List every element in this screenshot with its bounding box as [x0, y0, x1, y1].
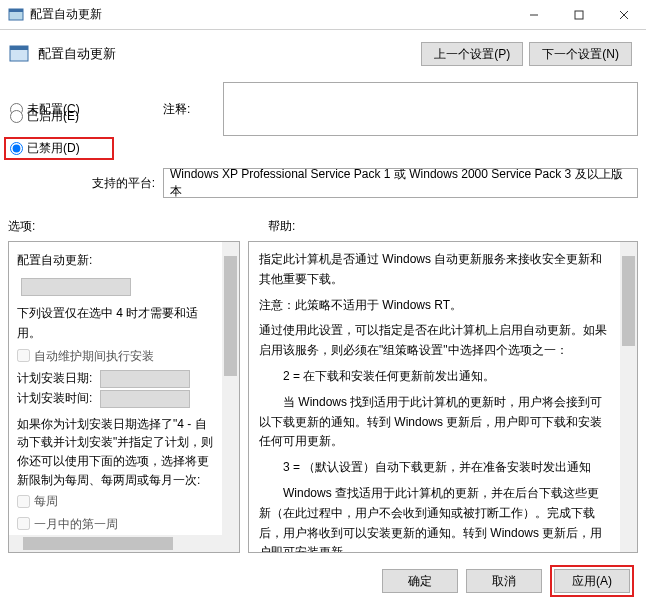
- first-week-label: 一月中的第一周: [34, 514, 118, 534]
- maintenance-install-checkbox[interactable]: [17, 349, 30, 362]
- schedule-time-dropdown[interactable]: [100, 390, 190, 408]
- help-p6: 3 = （默认设置）自动下载更新，并在准备安装时发出通知: [259, 458, 610, 478]
- help-p1: 指定此计算机是否通过 Windows 自动更新服务来接收安全更新和其他重要下载。: [259, 250, 610, 290]
- ok-button[interactable]: 确定: [382, 569, 458, 593]
- first-week-checkbox[interactable]: [17, 517, 30, 530]
- platform-label: 支持的平台:: [92, 175, 155, 192]
- help-p2: 注意：此策略不适用于 Windows RT。: [259, 296, 610, 316]
- previous-setting-button[interactable]: 上一个设置(P): [421, 42, 523, 66]
- maintenance-install-label: 自动维护期间执行安装: [34, 346, 154, 366]
- minimize-button[interactable]: [511, 0, 556, 30]
- help-vertical-scrollbar[interactable]: [620, 242, 637, 552]
- options-horizontal-scrollbar[interactable]: [9, 535, 222, 552]
- help-panel: 指定此计算机是否通过 Windows 自动更新服务来接收安全更新和其他重要下载。…: [248, 241, 638, 553]
- schedule-date-dropdown[interactable]: [100, 370, 190, 388]
- next-setting-button[interactable]: 下一个设置(N): [529, 42, 632, 66]
- radio-disabled-label[interactable]: 已禁用(D): [27, 140, 80, 157]
- radio-enabled[interactable]: [10, 110, 23, 123]
- options-section-label: 选项:: [8, 218, 258, 235]
- policy-icon: [8, 43, 30, 65]
- comment-textbox[interactable]: [223, 82, 638, 136]
- supported-platform-box: Windows XP Professional Service Pack 1 或…: [163, 168, 638, 198]
- options-note: 下列设置仅在选中 4 时才需要和适用。: [17, 303, 214, 344]
- options-heading: 配置自动更新:: [17, 250, 214, 270]
- every-week-label: 每周: [34, 491, 58, 511]
- configure-update-dropdown[interactable]: [21, 278, 131, 296]
- help-p4: 2 = 在下载和安装任何更新前发出通知。: [259, 367, 610, 387]
- close-button[interactable]: [601, 0, 646, 30]
- cancel-button[interactable]: 取消: [466, 569, 542, 593]
- every-week-checkbox[interactable]: [17, 495, 30, 508]
- policy-title: 配置自动更新: [38, 45, 116, 63]
- maximize-button[interactable]: [556, 0, 601, 30]
- window-icon: [8, 7, 24, 23]
- window-title: 配置自动更新: [30, 6, 102, 23]
- supported-platform-text: Windows XP Professional Service Pack 1 或…: [170, 168, 631, 198]
- comment-label: 注释:: [163, 101, 223, 118]
- help-p3: 通过使用此设置，可以指定是否在此计算机上启用自动更新。如果启用该服务，则必须在"…: [259, 321, 610, 361]
- svg-rect-2: [575, 11, 583, 19]
- help-p7: Windows 查找适用于此计算机的更新，并在后台下载这些更新（在此过程中，用户…: [259, 484, 610, 552]
- schedule-time-label: 计划安装时间:: [17, 391, 92, 405]
- svg-rect-4: [10, 46, 28, 50]
- radio-enabled-label[interactable]: 已启用(E): [27, 108, 79, 125]
- svg-rect-1: [9, 9, 23, 12]
- apply-button[interactable]: 应用(A): [554, 569, 630, 593]
- options-panel: 配置自动更新: 下列设置仅在选中 4 时才需要和适用。 自动维护期间执行安装 计…: [8, 241, 240, 553]
- radio-disabled[interactable]: [10, 142, 23, 155]
- window-titlebar: 配置自动更新: [0, 0, 646, 30]
- options-vertical-scrollbar[interactable]: [222, 242, 239, 535]
- help-section-label: 帮助:: [258, 218, 638, 235]
- highlight-disabled-radio: 已禁用(D): [4, 137, 114, 160]
- help-p5: 当 Windows 找到适用于此计算机的更新时，用户将会接到可以下载更新的通知。…: [259, 393, 610, 452]
- dialog-footer: 确定 取消 应用(A): [0, 553, 646, 597]
- schedule-date-label: 计划安装日期:: [17, 371, 92, 385]
- options-long-note: 如果你为计划安装日期选择了"4 - 自动下载并计划安装"并指定了计划，则你还可以…: [17, 415, 214, 489]
- highlight-apply-button: 应用(A): [550, 565, 634, 597]
- scroll-corner: [222, 535, 239, 552]
- policy-header: 配置自动更新 上一个设置(P) 下一个设置(N): [0, 30, 646, 74]
